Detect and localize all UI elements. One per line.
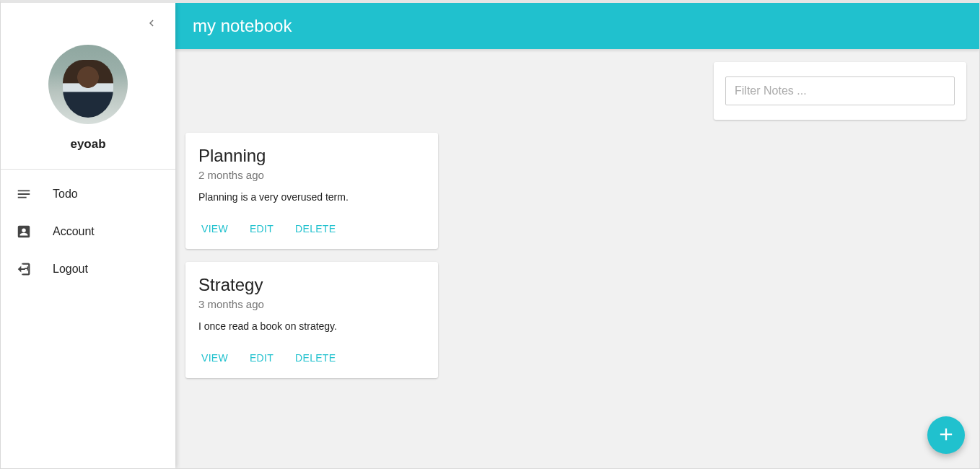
note-card: Planning 2 months ago Planning is a very… (185, 133, 438, 249)
filter-notes-input[interactable] (725, 76, 955, 105)
chevron-left-icon (145, 17, 158, 32)
app-frame: eyoab Todo Account Logout (0, 0, 980, 469)
delete-button[interactable]: DELETE (292, 346, 338, 369)
note-title: Planning (198, 146, 425, 166)
sidebar-item-label: Logout (53, 263, 88, 276)
notes-icon (15, 185, 32, 203)
edit-button[interactable]: EDIT (247, 217, 276, 240)
sidebar-item-label: Account (53, 225, 95, 238)
note-actions: VIEW EDIT DELETE (198, 217, 425, 240)
view-button[interactable]: VIEW (198, 217, 231, 240)
sidebar-item-todo[interactable]: Todo (1, 175, 175, 213)
username: eyoab (1, 137, 175, 152)
plus-icon (936, 424, 956, 447)
sidebar: eyoab Todo Account Logout (1, 3, 175, 468)
add-note-fab[interactable] (927, 416, 965, 454)
logout-icon (15, 260, 32, 278)
sidebar-collapse-button[interactable] (141, 13, 162, 35)
page-title: my notebook (193, 16, 292, 36)
sidebar-nav: Todo Account Logout (1, 170, 175, 288)
sidebar-item-logout[interactable]: Logout (1, 250, 175, 288)
sidebar-item-label: Todo (53, 188, 78, 201)
sidebar-item-account[interactable]: Account (1, 213, 175, 250)
view-button[interactable]: VIEW (198, 346, 231, 369)
topbar: my notebook (175, 3, 979, 49)
avatar (48, 45, 128, 124)
note-timestamp: 2 months ago (198, 169, 425, 181)
notes-grid: Planning 2 months ago Planning is a very… (185, 133, 699, 378)
sidebar-header: eyoab (1, 3, 175, 170)
note-title: Strategy (198, 275, 425, 295)
main-area: Planning 2 months ago Planning is a very… (175, 49, 979, 468)
note-body: I once read a book on strategy. (198, 320, 425, 332)
note-timestamp: 3 months ago (198, 298, 425, 310)
note-body: Planning is a very overused term. (198, 191, 425, 203)
note-card: Strategy 3 months ago I once read a book… (185, 262, 438, 378)
edit-button[interactable]: EDIT (247, 346, 276, 369)
note-actions: VIEW EDIT DELETE (198, 346, 425, 369)
account-icon (15, 223, 32, 240)
filter-panel (714, 62, 966, 120)
delete-button[interactable]: DELETE (292, 217, 338, 240)
